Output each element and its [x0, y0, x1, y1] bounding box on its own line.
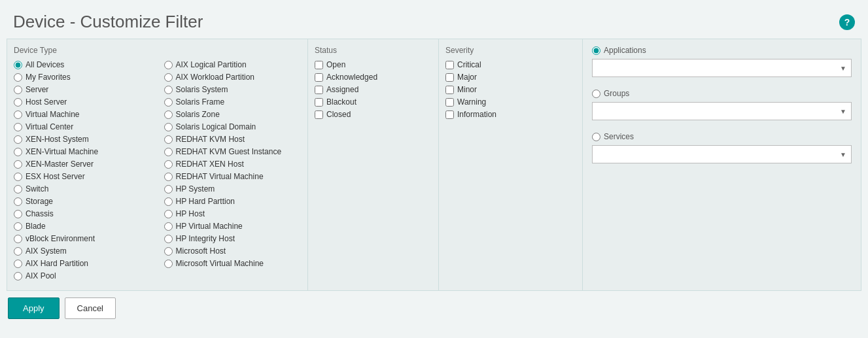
- severity-checkbox-minor[interactable]: [445, 86, 454, 94]
- device-type-label-redhat-virtual-machine[interactable]: REDHAT Virtual Machine: [176, 172, 264, 181]
- status-label-acknowledged[interactable]: Acknowledged: [326, 73, 377, 82]
- device-type-label-solaris-frame[interactable]: Solaris Frame: [176, 97, 225, 107]
- applications-dropdown[interactable]: [592, 59, 852, 77]
- list-item[interactable]: Microsoft Virtual Machine: [164, 259, 302, 268]
- list-item[interactable]: AIX Pool: [14, 271, 151, 280]
- device-type-radio-esx-host-server[interactable]: [14, 173, 22, 181]
- list-item[interactable]: Microsoft Host: [164, 246, 302, 256]
- device-type-label-aix-hard-partition[interactable]: AIX Hard Partition: [26, 259, 88, 268]
- device-type-radio-host-server[interactable]: [14, 98, 22, 107]
- device-type-label-my-favorites[interactable]: My Favorites: [26, 73, 71, 82]
- list-item[interactable]: Assigned: [315, 85, 432, 94]
- device-type-radio-hp-integrity-host[interactable]: [164, 235, 173, 243]
- list-item[interactable]: Major: [445, 73, 576, 82]
- device-type-radio-virtual-machine[interactable]: [14, 110, 22, 119]
- list-item[interactable]: XEN-Host System: [14, 135, 151, 144]
- list-item[interactable]: Warning: [445, 97, 576, 107]
- device-type-label-xen-host-system[interactable]: XEN-Host System: [26, 135, 89, 144]
- device-type-radio-solaris-frame[interactable]: [164, 98, 173, 107]
- device-type-radio-aix-hard-partition[interactable]: [14, 260, 22, 268]
- list-item[interactable]: Switch: [14, 184, 151, 194]
- device-type-label-solaris-logical-domain[interactable]: Solaris Logical Domain: [176, 122, 256, 131]
- list-item[interactable]: Critical: [445, 60, 576, 69]
- device-type-radio-storage[interactable]: [14, 197, 22, 206]
- list-item[interactable]: HP System: [164, 184, 302, 194]
- device-type-radio-xen-virtual-machine[interactable]: [14, 148, 22, 156]
- status-checkbox-open[interactable]: [315, 61, 323, 69]
- status-label-open[interactable]: Open: [326, 60, 345, 69]
- status-checkbox-assigned[interactable]: [315, 86, 323, 94]
- device-type-label-vblock-environment[interactable]: vBlock Environment: [26, 234, 95, 243]
- status-label-closed[interactable]: Closed: [326, 110, 351, 119]
- status-label-blackout[interactable]: Blackout: [326, 97, 356, 107]
- help-icon[interactable]: ?: [839, 14, 855, 30]
- severity-label-information[interactable]: Information: [457, 110, 496, 119]
- device-type-radio-hp-system[interactable]: [164, 185, 173, 194]
- list-item[interactable]: Solaris System: [164, 85, 302, 94]
- status-label-assigned[interactable]: Assigned: [326, 85, 358, 94]
- device-type-label-hp-integrity-host[interactable]: HP Integrity Host: [176, 234, 235, 243]
- device-type-radio-redhat-xen-host[interactable]: [164, 160, 173, 169]
- device-type-label-chassis[interactable]: Chassis: [26, 209, 54, 218]
- device-type-label-redhat-xen-host[interactable]: REDHAT XEN Host: [176, 160, 244, 169]
- device-type-label-xen-virtual-machine[interactable]: XEN-Virtual Machine: [26, 147, 98, 156]
- device-type-radio-switch[interactable]: [14, 185, 22, 194]
- list-item[interactable]: Open: [315, 60, 432, 69]
- cancel-button[interactable]: Cancel: [65, 297, 116, 319]
- list-item[interactable]: Server: [14, 85, 151, 94]
- device-type-label-redhat-kvm-guest-instance[interactable]: REDHAT KVM Guest Instance: [176, 147, 282, 156]
- device-type-label-microsoft-virtual-machine[interactable]: Microsoft Virtual Machine: [176, 259, 264, 268]
- services-radio[interactable]: [592, 133, 600, 141]
- severity-label-major[interactable]: Major: [457, 73, 477, 82]
- list-item[interactable]: Blade: [14, 222, 151, 231]
- device-type-label-microsoft-host[interactable]: Microsoft Host: [176, 246, 226, 256]
- device-type-radio-solaris-system[interactable]: [164, 86, 173, 94]
- device-type-radio-hp-host[interactable]: [164, 210, 173, 218]
- device-type-radio-solaris-zone[interactable]: [164, 110, 173, 119]
- list-item[interactable]: Host Server: [14, 97, 151, 107]
- device-type-radio-hp-hard-partition[interactable]: [164, 197, 173, 206]
- list-item[interactable]: Virtual Machine: [14, 110, 151, 119]
- device-type-radio-redhat-kvm-host[interactable]: [164, 135, 173, 144]
- list-item[interactable]: vBlock Environment: [14, 234, 151, 243]
- device-type-label-aix-logical-partition[interactable]: AIX Logical Partition: [176, 60, 247, 69]
- groups-dropdown[interactable]: [592, 102, 852, 120]
- list-item[interactable]: HP Hard Parttion: [164, 197, 302, 206]
- device-type-label-hp-virtual-machine[interactable]: HP Virtual Machine: [176, 222, 243, 231]
- list-item[interactable]: Virtual Center: [14, 122, 151, 131]
- list-item[interactable]: XEN-Master Server: [14, 160, 151, 169]
- device-type-label-virtual-machine[interactable]: Virtual Machine: [26, 110, 80, 119]
- device-type-radio-microsoft-host[interactable]: [164, 247, 173, 256]
- status-checkbox-closed[interactable]: [315, 110, 323, 119]
- device-type-radio-my-favorites[interactable]: [14, 73, 22, 82]
- services-label-text[interactable]: Services: [604, 132, 634, 141]
- device-type-radio-blade[interactable]: [14, 222, 22, 231]
- device-type-radio-hp-virtual-machine[interactable]: [164, 222, 173, 231]
- device-type-label-aix-system[interactable]: AIX System: [26, 246, 67, 256]
- list-item[interactable]: Solaris Frame: [164, 97, 302, 107]
- device-type-radio-server[interactable]: [14, 86, 22, 94]
- list-item[interactable]: REDHAT XEN Host: [164, 160, 302, 169]
- severity-label-warning[interactable]: Warning: [457, 97, 486, 107]
- list-item[interactable]: AIX Logical Partition: [164, 60, 302, 69]
- device-type-radio-chassis[interactable]: [14, 210, 22, 218]
- device-type-label-server[interactable]: Server: [26, 85, 48, 94]
- device-type-label-virtual-center[interactable]: Virtual Center: [26, 122, 73, 131]
- list-item[interactable]: AIX Workload Partition: [164, 73, 302, 82]
- groups-radio[interactable]: [592, 90, 600, 98]
- device-type-label-solaris-zone[interactable]: Solaris Zone: [176, 110, 220, 119]
- severity-label-minor[interactable]: Minor: [457, 85, 477, 94]
- list-item[interactable]: HP Host: [164, 209, 302, 218]
- device-type-label-redhat-kvm-host[interactable]: REDHAT KVM Host: [176, 135, 245, 144]
- list-item[interactable]: REDHAT KVM Guest Instance: [164, 147, 302, 156]
- device-type-label-hp-system[interactable]: HP System: [176, 184, 215, 194]
- apply-button[interactable]: Apply: [8, 297, 60, 319]
- severity-label-critical[interactable]: Critical: [457, 60, 481, 69]
- device-type-radio-xen-master-server[interactable]: [14, 160, 22, 169]
- severity-checkbox-warning[interactable]: [445, 98, 454, 107]
- list-item[interactable]: REDHAT KVM Host: [164, 135, 302, 144]
- device-type-radio-redhat-virtual-machine[interactable]: [164, 173, 173, 181]
- services-dropdown[interactable]: [592, 145, 852, 163]
- device-type-label-host-server[interactable]: Host Server: [26, 97, 67, 107]
- device-type-label-all-devices[interactable]: All Devices: [26, 60, 64, 69]
